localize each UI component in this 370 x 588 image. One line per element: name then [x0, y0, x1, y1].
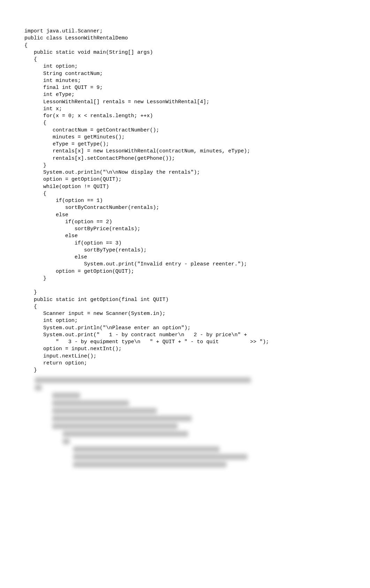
blurred-line [73, 462, 226, 467]
blurred-line [52, 423, 178, 429]
blurred-preview-section [24, 377, 346, 467]
code-block: import java.util.Scanner; public class L… [24, 28, 346, 374]
blurred-line [63, 431, 188, 437]
blurred-line [52, 408, 157, 414]
blurred-line [63, 439, 70, 444]
blurred-line [35, 377, 251, 383]
blurred-line [52, 400, 129, 406]
blurred-line [73, 446, 219, 452]
blurred-line [73, 454, 247, 460]
blurred-line [35, 385, 42, 391]
blurred-line [52, 416, 192, 421]
blurred-line [52, 393, 80, 398]
